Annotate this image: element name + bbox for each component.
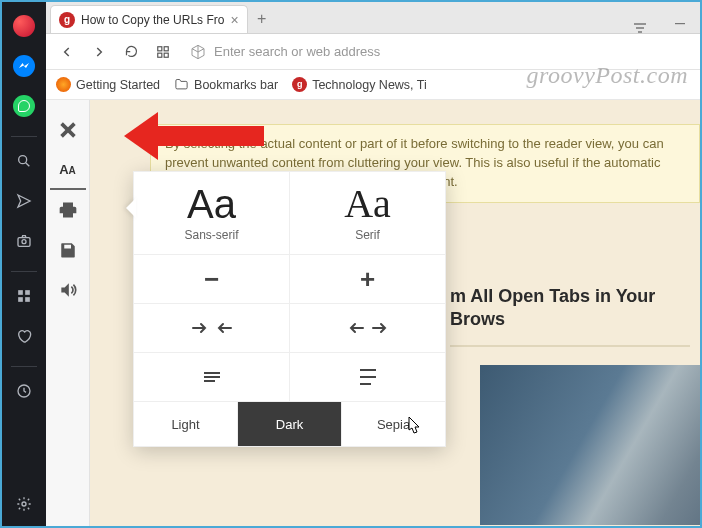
opera-icon [13,15,35,37]
svg-line-1 [26,163,30,167]
theme-light-option[interactable]: Light [133,401,238,447]
tab-menu-icon [633,23,647,33]
font-size-decrease[interactable]: − [133,254,290,304]
minus-icon: − [204,264,219,295]
firefox-icon [56,77,71,92]
lines-wide-icon [358,368,378,386]
arrows-out-icon [345,319,391,337]
reader-save-button[interactable] [50,230,86,270]
tab-menu-button[interactable] [620,23,660,33]
snapshot-button[interactable] [8,225,40,257]
font-sans-serif-option[interactable]: Aa Sans-serif [133,171,290,255]
bookmark-getting-started[interactable]: Getting Started [56,77,160,92]
start-page-button[interactable] [150,39,176,65]
svg-rect-16 [164,53,168,57]
font-label: Serif [355,228,380,242]
sidebar-divider [11,366,37,367]
whatsapp-icon [13,95,35,117]
heart-icon [16,328,32,344]
theme-label: Light [171,417,199,432]
reader-close-button[interactable] [50,110,86,150]
reader-speak-button[interactable] [50,270,86,310]
watermark: groovyPost.com [527,62,688,89]
new-tab-button[interactable]: + [248,5,276,33]
save-icon [59,241,77,259]
messenger-button[interactable] [8,50,40,82]
close-icon [57,119,79,141]
svg-rect-14 [164,46,168,50]
reload-button[interactable] [118,39,144,65]
svg-rect-5 [25,290,30,295]
camera-icon [16,233,32,249]
lines-narrow-icon [202,370,222,384]
svg-point-3 [22,240,26,244]
bookmark-folder[interactable]: Bookmarks bar [174,77,278,92]
printer-icon [58,200,78,220]
reload-icon [124,44,139,59]
font-size-increase[interactable]: + [289,254,446,304]
plus-icon: + [360,264,375,295]
svg-rect-13 [158,46,162,50]
font-serif-option[interactable]: Aa Serif [289,171,446,255]
clock-icon [16,383,32,399]
column-width-wide[interactable] [289,303,446,353]
tab-close-button[interactable]: × [230,13,238,27]
cursor-icon [407,416,423,436]
arrows-in-icon [189,319,235,337]
personal-news-button[interactable] [8,185,40,217]
send-icon [16,193,32,209]
forward-button[interactable] [86,39,112,65]
divider [450,345,690,347]
app-sidebar [2,2,46,526]
bookmarks-button[interactable] [8,320,40,352]
sidebar-divider [11,271,37,272]
theme-dark-option[interactable]: Dark [237,401,342,447]
speaker-icon [58,280,78,300]
font-icon: AA [59,162,76,177]
chevron-left-icon [60,45,74,59]
reader-font-button[interactable]: AA [50,150,86,190]
column-width-narrow[interactable] [133,303,290,353]
cube-icon [190,44,206,60]
reader-print-button[interactable] [50,190,86,230]
line-height-decrease[interactable] [133,352,290,402]
theme-label: Sepia [377,417,410,432]
article-image [480,365,700,525]
browser-tab[interactable]: g How to Copy the URLs Fro × [50,5,248,33]
address-bar[interactable]: Enter search or web address [182,39,692,65]
line-height-increase[interactable] [289,352,446,402]
svg-rect-7 [25,297,30,302]
address-placeholder: Enter search or web address [214,44,380,59]
gear-icon [16,496,32,512]
font-settings-popover: Aa Sans-serif Aa Serif − + [134,172,446,447]
bookmark-favicon: g [292,77,307,92]
search-icon [16,153,32,169]
bookmark-label: Technology News, Ti [312,78,427,92]
font-sample: Aa [344,184,391,224]
grid-icon [17,289,31,303]
whatsapp-button[interactable] [8,90,40,122]
folder-icon [174,77,189,92]
svg-rect-6 [18,297,23,302]
annotation-arrow [124,112,264,160]
messenger-icon [13,55,35,77]
svg-rect-15 [158,53,162,57]
grid-icon [156,45,170,59]
svg-rect-2 [18,238,30,247]
font-sample: Aa [187,184,236,224]
sidebar-divider [11,136,37,137]
back-button[interactable] [54,39,80,65]
bookmark-label: Getting Started [76,78,160,92]
search-button[interactable] [8,145,40,177]
theme-label: Dark [276,417,303,432]
speed-dial-button[interactable] [8,280,40,312]
svg-point-0 [19,156,27,164]
theme-sepia-option[interactable]: Sepia [341,401,446,447]
settings-button[interactable] [8,488,40,520]
chevron-right-icon [92,45,106,59]
svg-rect-4 [18,290,23,295]
opera-menu-button[interactable] [8,10,40,42]
window-minimize-button[interactable]: – [660,12,700,33]
bookmark-tech-news[interactable]: gTechnology News, Ti [292,77,427,92]
history-button[interactable] [8,375,40,407]
